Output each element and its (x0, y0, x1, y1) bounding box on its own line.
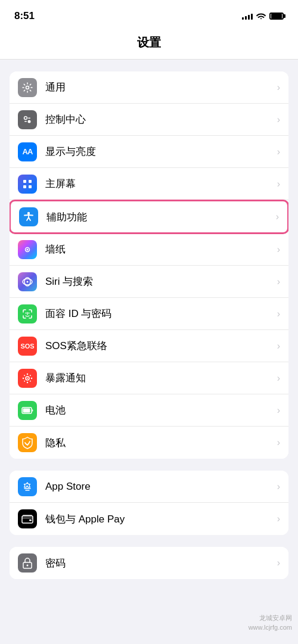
wifi-icon (256, 11, 266, 21)
sos-icon: SOS (18, 337, 37, 356)
svg-point-0 (26, 86, 29, 89)
control-center-chevron: › (277, 114, 280, 125)
wallet-icon (18, 509, 37, 528)
svg-rect-29 (23, 408, 30, 412)
face-id-label: 面容 ID 与密码 (45, 307, 277, 321)
svg-rect-6 (29, 180, 32, 183)
svg-rect-3 (24, 121, 27, 122)
svg-rect-30 (22, 516, 33, 523)
battery-settings-icon (18, 401, 37, 420)
settings-row-password[interactable]: 密码 › (10, 547, 288, 579)
exposure-chevron: › (277, 373, 280, 384)
battery-icon (269, 13, 284, 20)
home-screen-label: 主屏幕 (45, 177, 277, 191)
password-chevron: › (277, 558, 280, 568)
settings-row-app-store[interactable]: App Store › (10, 471, 288, 503)
svg-point-14 (27, 281, 29, 282)
settings-row-privacy[interactable]: 隐私 › (10, 427, 288, 459)
display-icon: AA (18, 142, 37, 161)
accessibility-label: 辅助功能 (46, 210, 276, 224)
svg-point-20 (23, 377, 24, 378)
settings-content: 通用 › 控制中心 › AA 显示与亮度 › (0, 60, 298, 603)
settings-row-wallpaper[interactable]: 墙纸 › (10, 234, 288, 266)
wallpaper-chevron: › (277, 244, 280, 255)
face-id-chevron: › (277, 309, 280, 319)
exposure-label: 暴露通知 (45, 371, 277, 385)
svg-rect-8 (29, 185, 32, 188)
settings-group-3: 密码 › (10, 547, 288, 579)
status-time: 8:51 (14, 10, 35, 22)
settings-row-general[interactable]: 通用 › (10, 71, 288, 104)
accessibility-chevron: › (276, 211, 279, 222)
svg-point-11 (27, 248, 29, 250)
svg-point-9 (27, 212, 30, 214)
svg-point-16 (29, 312, 30, 313)
privacy-label: 隐私 (45, 436, 277, 450)
svg-rect-31 (22, 517, 33, 519)
sos-chevron: › (277, 341, 280, 351)
general-icon (18, 78, 37, 97)
signal-icon (242, 13, 253, 20)
general-label: 通用 (45, 80, 277, 94)
exposure-icon (18, 369, 37, 388)
home-screen-chevron: › (277, 179, 280, 189)
face-id-icon (18, 304, 37, 323)
watermark-line1: 龙城安卓网 (249, 614, 292, 623)
siri-chevron: › (277, 276, 280, 287)
control-center-label: 控制中心 (45, 113, 277, 126)
password-icon (18, 553, 37, 573)
settings-row-siri[interactable]: Siri 与搜索 › (10, 266, 288, 298)
privacy-icon (18, 433, 37, 452)
wallpaper-icon (18, 240, 37, 259)
svg-point-25 (30, 380, 31, 381)
wallet-label: 钱包与 Apple Pay (45, 512, 277, 526)
app-store-chevron: › (277, 481, 280, 492)
display-chevron: › (277, 147, 280, 157)
svg-point-34 (27, 565, 29, 567)
svg-point-15 (26, 312, 27, 313)
wallet-chevron: › (277, 514, 280, 524)
battery-label: 电池 (45, 403, 277, 417)
svg-point-23 (27, 381, 28, 382)
watermark: 龙城安卓网 www.lcjrfg.com (249, 614, 292, 632)
control-center-icon (18, 110, 37, 129)
password-label: 密码 (45, 556, 277, 570)
general-chevron: › (277, 82, 280, 93)
svg-rect-5 (23, 180, 26, 183)
svg-point-22 (27, 373, 28, 374)
settings-row-home-screen[interactable]: 主屏幕 › (10, 168, 288, 200)
status-bar: 8:51 (0, 0, 298, 29)
settings-row-exposure[interactable]: 暴露通知 › (10, 362, 288, 394)
battery-chevron: › (277, 405, 280, 416)
svg-rect-32 (29, 519, 32, 521)
settings-row-accessibility[interactable]: 辅助功能 › (10, 200, 288, 234)
svg-point-2 (28, 120, 31, 123)
nav-bar: 设置 (0, 29, 298, 60)
privacy-chevron: › (277, 437, 280, 448)
accessibility-icon (19, 207, 38, 226)
settings-row-display[interactable]: AA 显示与亮度 › (10, 136, 288, 168)
watermark-line2: www.lcjrfg.com (249, 623, 292, 632)
page-title: 设置 (137, 36, 161, 49)
settings-row-battery[interactable]: 电池 › (10, 394, 288, 427)
settings-row-sos[interactable]: SOS SOS紧急联络 › (10, 330, 288, 362)
settings-group-2: App Store › 钱包与 Apple Pay › (10, 471, 288, 535)
display-label: 显示与亮度 (45, 145, 277, 158)
svg-rect-7 (23, 185, 26, 188)
svg-point-27 (24, 380, 25, 381)
svg-point-26 (30, 375, 31, 376)
settings-group-1: 通用 › 控制中心 › AA 显示与亮度 › (10, 71, 288, 459)
sos-label: SOS紧急联络 (45, 339, 277, 353)
app-store-icon (18, 477, 37, 496)
svg-point-24 (24, 375, 25, 376)
home-screen-icon (18, 175, 37, 194)
svg-point-21 (31, 377, 32, 378)
settings-row-face-id[interactable]: 面容 ID 与密码 › (10, 298, 288, 330)
svg-point-1 (24, 116, 27, 119)
app-store-label: App Store (45, 481, 277, 493)
svg-rect-4 (28, 117, 30, 119)
settings-row-wallet[interactable]: 钱包与 Apple Pay › (10, 503, 288, 535)
wallpaper-label: 墙纸 (45, 242, 277, 256)
svg-point-19 (27, 378, 28, 379)
settings-row-control-center[interactable]: 控制中心 › (10, 104, 288, 136)
